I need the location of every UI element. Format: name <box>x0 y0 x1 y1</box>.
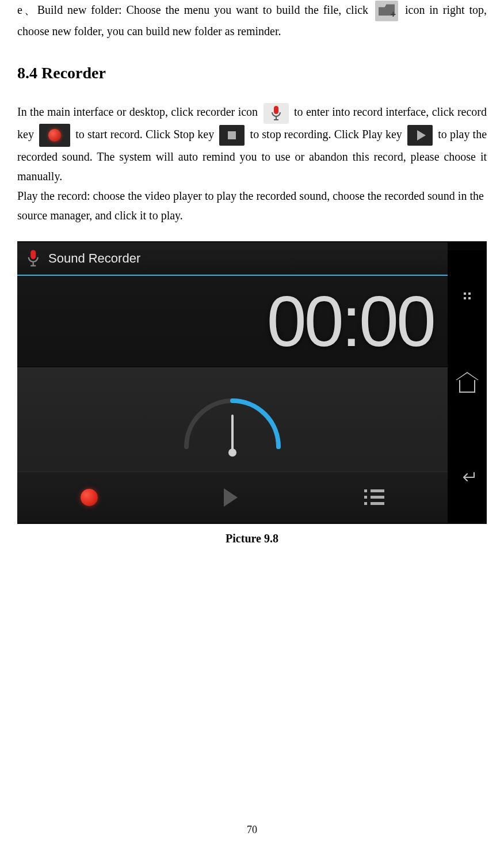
paragraph-play-record: Play the record: choose the video player… <box>17 186 487 225</box>
nav-back-button[interactable] <box>448 432 487 523</box>
paragraph-recorder-instructions: In the main interface or desktop, click … <box>17 102 487 185</box>
paragraph-build-new-folder: e、Build new folder: Choose the menu you … <box>17 0 487 41</box>
recorder-app-area: Sound Recorder 00:00 <box>17 242 448 523</box>
record-key-icon <box>39 124 70 147</box>
text-segment: to start record. Click Stop key <box>75 127 217 140</box>
play-button[interactable] <box>224 488 238 507</box>
nav-recent-apps-button[interactable] <box>448 250 487 341</box>
timer-display-area: 00:00 <box>17 276 448 367</box>
back-icon <box>458 470 476 484</box>
section-heading-recorder: 8.4 Recorder <box>17 64 487 82</box>
microphone-icon <box>25 249 41 268</box>
text-segment: In the main interface or desktop, click … <box>17 105 261 118</box>
recorder-app-icon <box>264 103 289 124</box>
recordings-list-button[interactable] <box>364 489 384 505</box>
stop-key-icon <box>219 125 245 146</box>
system-nav-rail <box>448 242 487 523</box>
nav-home-button[interactable] <box>448 341 487 432</box>
recent-apps-icon <box>464 292 471 299</box>
figure-caption: Picture 9.8 <box>17 532 487 545</box>
timer-readout: 00:00 <box>267 286 448 357</box>
status-bar-area <box>448 242 487 250</box>
text-segment: e、Build new folder: Choose the menu you … <box>17 3 373 16</box>
svg-rect-3 <box>30 250 36 259</box>
record-button[interactable] <box>81 489 98 506</box>
text-segment: to stop recording. Click Play key <box>250 127 405 140</box>
svg-rect-0 <box>274 106 278 114</box>
svg-point-7 <box>228 449 236 457</box>
vu-meter-gauge <box>17 367 448 472</box>
sound-recorder-screenshot: Sound Recorder 00:00 <box>17 241 487 524</box>
page-number: 70 <box>0 824 504 836</box>
recorder-app-title: Sound Recorder <box>48 251 140 266</box>
folder-add-icon <box>375 1 398 21</box>
recorder-header-bar: Sound Recorder <box>17 242 448 276</box>
recorder-controls-bar <box>17 472 448 523</box>
home-icon <box>459 380 475 393</box>
play-key-icon <box>407 125 433 146</box>
